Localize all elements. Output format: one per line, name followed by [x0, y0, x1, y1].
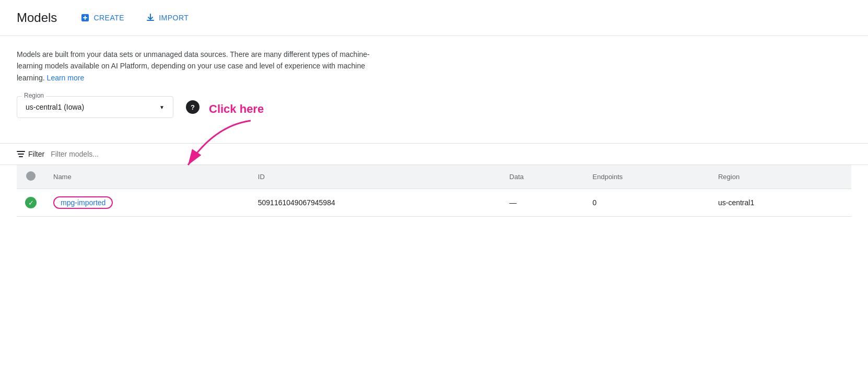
- filter-line-3: [19, 156, 23, 157]
- create-label: CREATE: [93, 14, 124, 22]
- learn-more-link[interactable]: Learn more: [47, 74, 85, 82]
- filter-bar: Filter: [0, 144, 868, 165]
- row-id-cell: 5091161049067945984: [250, 189, 501, 217]
- create-icon: [80, 13, 90, 23]
- row-endpoints-cell: 0: [584, 189, 710, 217]
- select-all-checkbox[interactable]: [26, 171, 36, 181]
- table-row: ✓ mpg-imported 5091161049067945984 — 0 u…: [17, 189, 851, 217]
- import-label: IMPORT: [159, 14, 189, 22]
- th-name: Name: [45, 165, 250, 189]
- models-table: Name ID Data Endpoints Region ✓ mpg-impo…: [17, 165, 851, 217]
- th-region: Region: [710, 165, 851, 189]
- table-header: Name ID Data Endpoints Region: [17, 165, 851, 189]
- row-data-cell: —: [501, 189, 584, 217]
- filter-label: Filter: [28, 150, 44, 158]
- import-icon: [145, 13, 156, 23]
- status-success-icon: ✓: [25, 197, 37, 208]
- row-status-cell: ✓: [17, 189, 45, 217]
- filter-line-1: [17, 151, 25, 152]
- help-icon[interactable]: ?: [186, 100, 200, 114]
- region-label: Region: [22, 92, 46, 99]
- region-select-wrapper: Region us-central1 (Iowa) ▼: [17, 96, 173, 118]
- dropdown-arrow-icon: ▼: [159, 104, 165, 110]
- filter-line-2: [18, 154, 24, 155]
- region-value: us-central1 (Iowa): [26, 103, 151, 111]
- filter-lines-icon: [17, 151, 25, 157]
- region-select[interactable]: us-central1 (Iowa) ▼: [17, 96, 173, 118]
- th-id: ID: [250, 165, 501, 189]
- model-name-link[interactable]: mpg-imported: [53, 196, 113, 209]
- page-title: Models: [17, 10, 57, 25]
- table-header-row: Name ID Data Endpoints Region: [17, 165, 851, 189]
- table-wrapper: Click here Name ID Data Endpoints Region: [0, 165, 868, 217]
- filter-input[interactable]: [51, 150, 851, 158]
- row-region-cell: us-central1: [710, 189, 851, 217]
- main-content: Models are built from your data sets or …: [0, 36, 868, 143]
- filter-icon-group: Filter: [17, 150, 44, 158]
- th-data: Data: [501, 165, 584, 189]
- table-body: ✓ mpg-imported 5091161049067945984 — 0 u…: [17, 189, 851, 217]
- th-endpoints: Endpoints: [584, 165, 710, 189]
- header-actions: CREATE IMPORT: [74, 8, 195, 27]
- page-header: Models CREATE IMPORT: [0, 0, 868, 36]
- import-button[interactable]: IMPORT: [139, 8, 195, 27]
- row-name-cell: mpg-imported: [45, 189, 250, 217]
- description-text: Models are built from your data sets or …: [17, 49, 382, 84]
- th-checkbox: [17, 165, 45, 189]
- region-section: Region us-central1 (Iowa) ▼ ?: [17, 96, 851, 118]
- create-button[interactable]: CREATE: [74, 8, 131, 27]
